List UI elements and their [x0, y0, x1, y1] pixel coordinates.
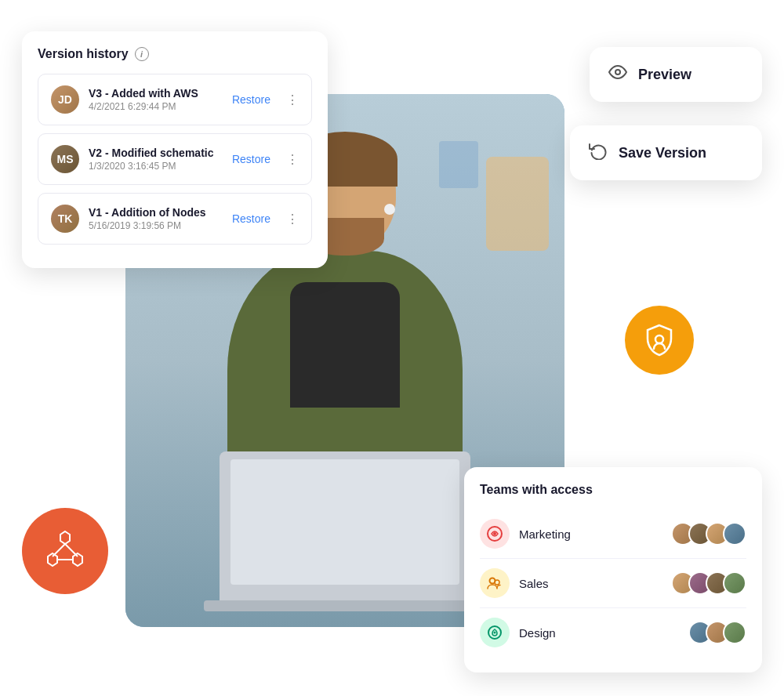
shield-icon — [641, 322, 677, 358]
version-avatar-1: JD — [51, 85, 79, 114]
version-date-1: 4/2/2021 6:29:44 PM — [89, 101, 223, 112]
svg-line-6 — [65, 544, 78, 556]
marketing-icon-circle — [480, 519, 510, 549]
svg-line-5 — [53, 544, 65, 556]
svg-point-9 — [493, 532, 496, 535]
sales-icon-circle — [480, 568, 510, 598]
marketing-icon — [486, 525, 503, 542]
nodes-circle — [22, 508, 108, 594]
version-item-1: JD V3 - Added with AWS 4/2/2021 6:29:44 … — [38, 74, 312, 125]
more-menu-icon-3[interactable]: ⋮ — [286, 212, 299, 227]
shield-security-circle — [625, 306, 694, 375]
team-item-marketing: Marketing — [480, 509, 746, 559]
svg-point-1 — [655, 335, 663, 343]
version-info-3: V1 - Addition of Nodes 5/16/2019 3:19:56… — [89, 206, 223, 231]
version-item-3: TK V1 - Addition of Nodes 5/16/2019 3:19… — [38, 193, 312, 245]
design-icon — [486, 624, 503, 641]
svg-marker-2 — [60, 531, 70, 544]
preview-card[interactable]: Preview — [590, 47, 762, 102]
team-item-design: Design — [480, 608, 746, 657]
version-info-2: V2 - Modified schematic 1/3/2020 3:16:45… — [89, 147, 223, 172]
restore-button-2[interactable]: Restore — [232, 153, 270, 165]
svg-marker-4 — [73, 553, 82, 566]
version-item-2: MS V2 - Modified schematic 1/3/2020 3:16… — [38, 133, 312, 185]
sales-team-avatars — [671, 571, 746, 595]
save-version-icon — [589, 141, 608, 165]
info-icon[interactable]: i — [135, 47, 149, 61]
design-icon-circle — [480, 618, 510, 647]
version-history-card: Version history i JD V3 - Added with AWS… — [22, 31, 328, 268]
more-menu-icon-2[interactable]: ⋮ — [286, 152, 299, 167]
eye-icon — [608, 63, 627, 86]
design-team-avatars — [688, 621, 746, 644]
version-history-title-text: Version history — [38, 47, 129, 61]
sales-team-name: Sales — [519, 577, 662, 590]
save-version-label: Save Version — [619, 145, 706, 161]
nodes-icon — [41, 527, 89, 575]
version-history-title: Version history i — [38, 47, 312, 61]
svg-point-0 — [615, 70, 620, 74]
version-name-3: V1 - Addition of Nodes — [89, 206, 223, 219]
restore-button-1[interactable]: Restore — [232, 93, 270, 106]
marketing-member-4 — [723, 522, 746, 546]
version-info-1: V3 - Added with AWS 4/2/2021 6:29:44 PM — [89, 87, 223, 112]
preview-label: Preview — [638, 67, 691, 83]
version-date-2: 1/3/2020 3:16:45 PM — [89, 161, 223, 172]
team-item-sales: Sales — [480, 559, 746, 608]
teams-with-access-title: Teams with access — [480, 483, 746, 497]
design-team-name: Design — [519, 626, 679, 640]
marketing-team-avatars — [671, 522, 746, 546]
version-name-2: V2 - Modified schematic — [89, 147, 223, 159]
sales-icon — [486, 575, 503, 592]
svg-marker-3 — [48, 553, 57, 566]
version-avatar-2: MS — [51, 145, 79, 173]
svg-point-13 — [494, 632, 496, 634]
version-date-3: 5/16/2019 3:19:56 PM — [89, 220, 223, 231]
sales-member-4 — [723, 571, 746, 595]
version-name-1: V3 - Added with AWS — [89, 87, 223, 100]
restore-button-3[interactable]: Restore — [232, 212, 270, 225]
more-menu-icon-1[interactable]: ⋮ — [286, 92, 299, 107]
design-member-3 — [723, 621, 746, 644]
save-version-card[interactable]: Save Version — [570, 125, 762, 180]
version-avatar-3: TK — [51, 205, 79, 233]
teams-with-access-card: Teams with access Marketing — [464, 467, 762, 672]
marketing-team-name: Marketing — [519, 527, 662, 541]
